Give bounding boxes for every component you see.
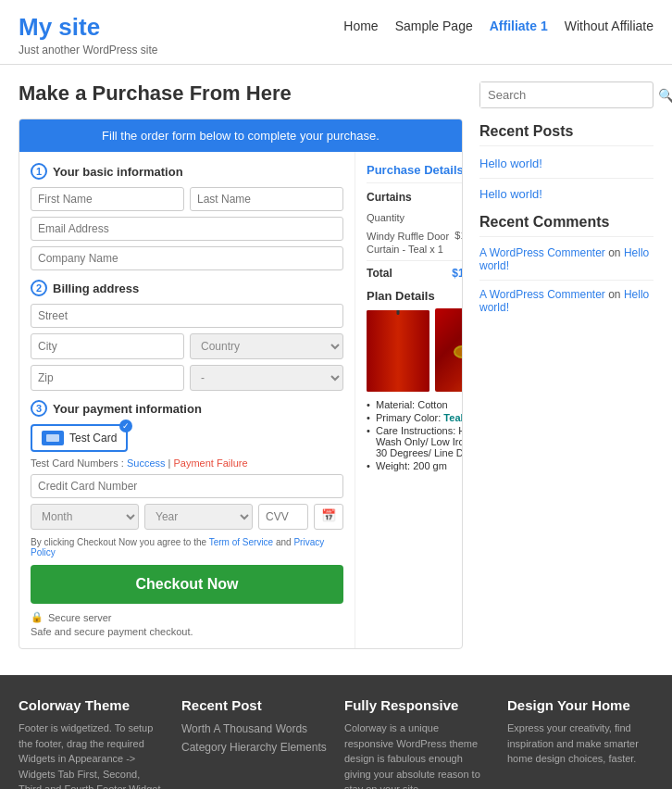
card-label: Test Card bbox=[69, 432, 117, 445]
cc-number-row bbox=[31, 474, 343, 498]
zip-select[interactable]: - bbox=[190, 365, 343, 391]
cc-input[interactable] bbox=[31, 474, 343, 498]
divider-2 bbox=[479, 280, 653, 281]
success-link[interactable]: Success bbox=[127, 457, 166, 469]
section1-header: 1 Your basic information bbox=[31, 163, 343, 180]
bullet-material: • Material: Cotton bbox=[367, 399, 463, 410]
zip-row: - bbox=[31, 365, 343, 391]
footer-link2[interactable]: Category Hierarchy Elements bbox=[181, 741, 327, 754]
footer-col3-title: Fully Responsive bbox=[344, 697, 491, 713]
site-title: My site bbox=[19, 13, 158, 42]
card-option[interactable]: Test Card ✓ bbox=[31, 424, 128, 452]
footer-col3-text: Colorway is a unique responsive WordPres… bbox=[344, 720, 491, 789]
footer-col1-title: Colorway Theme bbox=[19, 697, 165, 713]
main-nav: Home Sample Page Affiliate 1 Without Aff… bbox=[343, 13, 653, 33]
bullet-color: • Primary Color: Teal bbox=[367, 412, 463, 423]
footer-col1-text: Footer is widgetized. To setup the foote… bbox=[19, 720, 165, 789]
email-input[interactable] bbox=[31, 217, 343, 241]
site-branding: My site Just another WordPress site bbox=[19, 13, 158, 56]
bullet-care: • Care Instructions: Hand Wash Only/ Low… bbox=[367, 425, 463, 458]
footer-grid: Colorway Theme Footer is widgetized. To … bbox=[19, 697, 653, 789]
section3-header: 3 Your payment information bbox=[31, 400, 343, 417]
purchase-details-title: Purchase Details bbox=[367, 163, 463, 183]
section3-num: 3 bbox=[31, 400, 47, 417]
header: My site Just another WordPress site Home… bbox=[0, 0, 672, 65]
city-country-row: Country bbox=[31, 333, 343, 359]
recent-posts-title: Recent Posts bbox=[479, 123, 653, 146]
sidebar-post-2-link[interactable]: Hello world! bbox=[479, 187, 542, 201]
search-icon[interactable]: 🔍 bbox=[651, 83, 672, 107]
recent-comments-title: Recent Comments bbox=[479, 214, 653, 237]
site-tagline: Just another WordPress site bbox=[19, 44, 158, 56]
quantity-label: Quantity bbox=[367, 212, 404, 223]
sidebar-post-1: Hello world! bbox=[479, 156, 653, 170]
product-category: Curtains bbox=[367, 191, 463, 204]
sidebar-comment-2: A WordPress Commenter on Hello world! bbox=[479, 288, 653, 314]
tos-link[interactable]: Term of Service bbox=[209, 537, 273, 547]
sidebar: 🔍 Recent Posts Hello world! Hello world!… bbox=[479, 81, 653, 649]
section2-num: 2 bbox=[31, 280, 47, 296]
year-select[interactable]: Year bbox=[144, 504, 253, 530]
total-value: $14.37 bbox=[452, 267, 463, 280]
footer-col4-text: Express your creativity, find inspiratio… bbox=[507, 720, 653, 767]
company-row bbox=[31, 246, 343, 270]
footer-col-2: Recent Post Worth A Thousand Words Categ… bbox=[181, 697, 328, 789]
country-select[interactable]: Country bbox=[190, 333, 343, 359]
nav-sample-page[interactable]: Sample Page bbox=[395, 19, 473, 33]
form-header: Fill the order form below to complete yo… bbox=[19, 119, 462, 152]
section2-label: Billing address bbox=[53, 282, 139, 295]
first-name-input[interactable] bbox=[31, 187, 184, 211]
quantity-row: Quantity 1 bbox=[367, 209, 463, 226]
footer-col4-title: Design Your Home bbox=[507, 697, 653, 713]
plan-bullets: • Material: Cotton • Primary Color: Teal… bbox=[367, 399, 463, 471]
zip-input[interactable] bbox=[31, 365, 184, 391]
form-box: Fill the order form below to complete yo… bbox=[19, 119, 463, 649]
last-name-input[interactable] bbox=[190, 187, 343, 211]
footer-link1[interactable]: Worth A Thousand Words bbox=[181, 722, 307, 735]
failure-link[interactable]: Payment Failure bbox=[174, 457, 248, 469]
name-row bbox=[31, 187, 343, 211]
nav-home[interactable]: Home bbox=[343, 19, 378, 33]
comment1-author[interactable]: A WordPress Commenter bbox=[479, 246, 605, 259]
footer-col2-link2: Category Hierarchy Elements bbox=[181, 739, 328, 754]
nav-affiliate1[interactable]: Affiliate 1 bbox=[490, 19, 548, 33]
cvv-input[interactable] bbox=[258, 504, 308, 530]
consent-text: By clicking Checkout Now you agree to th… bbox=[31, 537, 343, 557]
search-box: 🔍 bbox=[479, 81, 653, 108]
page-title: Make a Purchase From Here bbox=[19, 81, 463, 106]
curtain-image-2 bbox=[435, 308, 463, 392]
calendar-icon: 📅 bbox=[314, 504, 343, 530]
check-icon: ✓ bbox=[119, 420, 132, 432]
secure-label: Secure server bbox=[48, 612, 111, 623]
search-input[interactable] bbox=[480, 82, 651, 107]
footer-col-4: Design Your Home Express your creativity… bbox=[507, 697, 653, 789]
total-label: Total bbox=[367, 267, 392, 280]
footer-col-3: Fully Responsive Colorway is a unique re… bbox=[344, 697, 491, 789]
lock-icon: 🔒 bbox=[31, 611, 44, 623]
street-row bbox=[31, 304, 343, 328]
comment2-author[interactable]: A WordPress Commenter bbox=[479, 288, 605, 301]
nav-without-affiliate[interactable]: Without Affiliate bbox=[565, 19, 653, 33]
section2-header: 2 Billing address bbox=[31, 280, 343, 296]
main-content: Make a Purchase From Here Fill the order… bbox=[19, 81, 463, 649]
city-input[interactable] bbox=[31, 333, 184, 359]
street-input[interactable] bbox=[31, 304, 343, 328]
checkout-button[interactable]: Checkout Now bbox=[31, 565, 343, 604]
sidebar-comment-1: A WordPress Commenter on Hello world! bbox=[479, 246, 653, 272]
divider-1 bbox=[479, 178, 653, 179]
curtain-image-1 bbox=[367, 310, 429, 392]
month-select[interactable]: Month bbox=[31, 504, 139, 530]
safe-text: Safe and secure payment checkout. bbox=[31, 626, 343, 637]
company-input[interactable] bbox=[31, 246, 343, 270]
sidebar-post-1-link[interactable]: Hello world! bbox=[479, 157, 542, 170]
product-price: $14.37 bbox=[454, 230, 463, 241]
total-row: Total $14.37 bbox=[367, 260, 463, 280]
product-price-row: Windy Ruffle Door Curtain - Teal x 1 $14… bbox=[367, 230, 463, 257]
form-right: Purchase Details Curtains Quantity 1 Win… bbox=[355, 152, 463, 648]
test-card-numbers: Test Card Numbers : Success | Payment Fa… bbox=[31, 457, 343, 469]
section3-label: Your payment information bbox=[53, 402, 202, 416]
product-name: Windy Ruffle Door Curtain - Teal x 1 bbox=[367, 230, 454, 257]
footer-col-1: Colorway Theme Footer is widgetized. To … bbox=[19, 697, 165, 789]
main-layout: Make a Purchase From Here Fill the order… bbox=[0, 65, 672, 666]
card-icon bbox=[42, 431, 64, 445]
